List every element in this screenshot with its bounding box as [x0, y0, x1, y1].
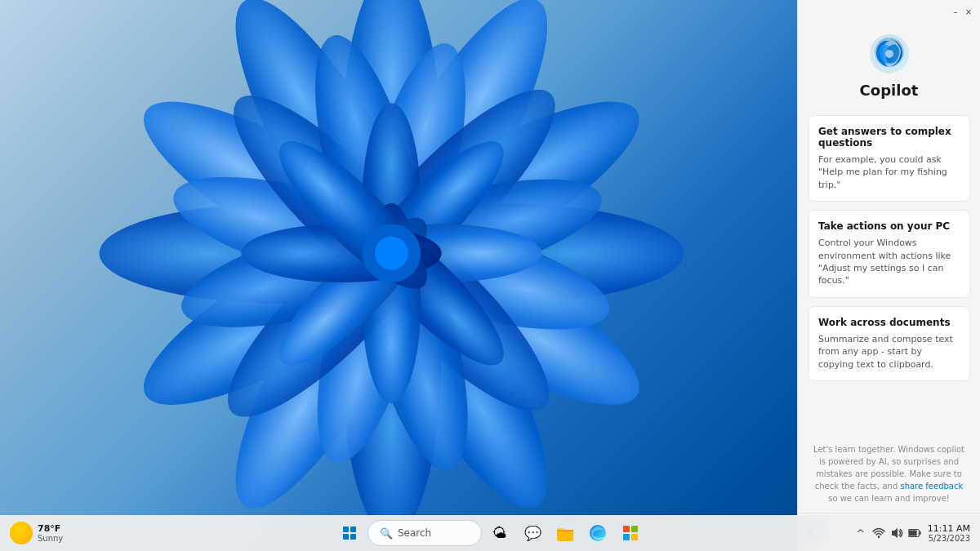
footer-suffix: so we can learn and improve!: [828, 494, 950, 503]
svg-rect-50: [909, 530, 917, 535]
svg-marker-47: [892, 528, 898, 538]
tray-chevron-button[interactable]: ^: [854, 527, 867, 540]
search-bar[interactable]: 🔍 Search: [368, 520, 482, 546]
svg-point-35: [885, 50, 893, 58]
clock-time: 11:11 AM: [928, 523, 970, 534]
system-tray: ^: [854, 527, 921, 540]
start-button[interactable]: [335, 518, 364, 548]
taskbar-right: ^: [854, 523, 970, 543]
edge-icon: [589, 524, 607, 542]
weather-temperature: 78°F: [38, 523, 63, 534]
search-icon: 🔍: [380, 527, 393, 540]
card-desc-0: For example, you could ask "Help me plan…: [818, 153, 960, 191]
bloom-svg: [41, 0, 792, 539]
card-title-0: Get answers to complex questions: [818, 126, 960, 149]
search-label: Search: [398, 527, 431, 539]
widgets-button[interactable]: 🌤: [485, 518, 514, 548]
clock-date: 5/23/2023: [929, 534, 970, 543]
copilot-logo-icon: [868, 33, 911, 75]
volume-icon[interactable]: [890, 527, 903, 540]
edge-button[interactable]: [583, 518, 612, 548]
card-title-1: Take actions on your PC: [818, 220, 960, 232]
close-button[interactable]: ×: [964, 7, 973, 16]
store-icon: [621, 524, 639, 542]
copilot-card-0[interactable]: Get answers to complex questions For exa…: [808, 115, 970, 202]
copilot-card-2[interactable]: Work across documents Summarize and comp…: [808, 306, 970, 381]
svg-rect-45: [631, 534, 638, 540]
copilot-cards: Get answers to complex questions For exa…: [798, 115, 980, 435]
battery-icon[interactable]: [908, 527, 921, 540]
copilot-panel: – ×: [797, 0, 980, 551]
copilot-footer: Let's learn together. Windows copilot is…: [798, 435, 980, 513]
bloom-inner: [375, 237, 408, 270]
minimize-button[interactable]: –: [951, 7, 960, 16]
widgets-icon: 🌤: [492, 526, 507, 540]
card-desc-1: Control your Windows environment with ac…: [818, 237, 960, 287]
weather-widget[interactable]: 78°F Sunny: [10, 522, 63, 544]
speaker-icon: [890, 527, 903, 540]
file-explorer-icon: [556, 524, 574, 542]
taskbar-left: 78°F Sunny: [10, 522, 69, 544]
teams-button[interactable]: 💬: [518, 518, 547, 548]
clock-widget[interactable]: 11:11 AM 5/23/2023: [928, 523, 970, 543]
windows-logo-icon: [343, 527, 356, 540]
taskbar-center: 🔍 Search 🌤 💬: [335, 518, 645, 548]
share-feedback-link[interactable]: share feedback: [900, 482, 963, 491]
copilot-title: Copilot: [860, 82, 919, 99]
card-title-2: Work across documents: [818, 317, 960, 328]
svg-rect-44: [623, 534, 630, 540]
microsoft-store-button[interactable]: [616, 518, 645, 548]
svg-rect-40: [557, 530, 573, 531]
copilot-logo-area: Copilot: [798, 20, 980, 115]
taskbar: 78°F Sunny 🔍 Search 🌤 💬: [0, 515, 980, 551]
file-explorer-button[interactable]: [550, 518, 580, 548]
wifi-icon[interactable]: [872, 527, 885, 540]
svg-rect-49: [920, 531, 921, 535]
weather-text: 78°F Sunny: [38, 523, 63, 543]
svg-point-46: [878, 536, 880, 538]
wifi-signal-icon: [872, 527, 885, 540]
teams-icon: 💬: [524, 527, 541, 540]
card-desc-2: Summarize and compose text from any app …: [818, 333, 960, 371]
svg-rect-43: [631, 526, 638, 532]
battery-indicator-icon: [908, 528, 921, 538]
copilot-card-1[interactable]: Take actions on your PC Control your Win…: [808, 210, 970, 298]
weather-sun-icon: [10, 522, 33, 544]
weather-condition: Sunny: [38, 534, 63, 543]
svg-rect-38: [557, 530, 573, 541]
svg-rect-42: [623, 526, 630, 532]
copilot-titlebar: – ×: [798, 0, 980, 20]
